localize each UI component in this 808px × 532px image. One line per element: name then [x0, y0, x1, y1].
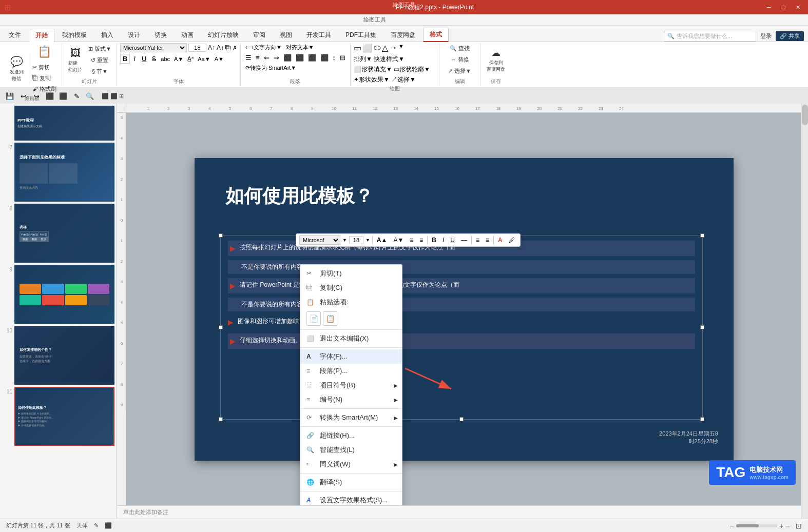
slide-thumb-9[interactable]: 9: [2, 265, 114, 324]
tab-format[interactable]: 格式: [423, 28, 449, 42]
effects-button[interactable]: ✦形状效果▼: [354, 75, 390, 84]
undo-button[interactable]: ↩: [17, 90, 29, 102]
zoom-in-button[interactable]: +: [779, 522, 783, 530]
italic-button[interactable]: I: [131, 54, 138, 64]
tab-review[interactable]: 审阅: [246, 28, 272, 42]
bold-button[interactable]: B: [120, 54, 130, 64]
slide-thumb-10[interactable]: 10 如何发挥您的个性？ 如需更改，请单击"设计"选项卡，选择颜色方案: [2, 326, 114, 385]
vertical-scrollbar[interactable]: [801, 104, 808, 519]
shape-rect[interactable]: ▭: [354, 43, 361, 53]
mt-align3-button[interactable]: ≡: [484, 235, 491, 245]
handle-bm[interactable]: [459, 417, 464, 421]
tab-baidu[interactable]: 百度网盘: [384, 28, 422, 42]
save-qa-button[interactable]: 💾: [4, 90, 15, 102]
layout-button[interactable]: ⊞版式▼: [86, 44, 113, 54]
ctx-translate[interactable]: 🌐 翻译(S): [300, 475, 402, 489]
vscroll-thumb[interactable]: [802, 105, 808, 125]
handle-tl[interactable]: [219, 233, 223, 238]
mt-italic-button[interactable]: I: [440, 235, 446, 245]
share-button[interactable]: 🔗 共享: [776, 31, 804, 41]
char-spacing-button[interactable]: A̲ᵃ: [186, 55, 195, 63]
maximize-button[interactable]: □: [777, 3, 790, 12]
ctx-exit-edit[interactable]: ⬜ 退出文本编辑(X): [300, 331, 402, 346]
tab-home[interactable]: 开始: [29, 29, 54, 42]
align-left-button[interactable]: ⬛: [282, 53, 293, 62]
font-shrink-icon[interactable]: A↓: [217, 44, 224, 51]
search-placeholder[interactable]: 告诉我您想要做什么...: [677, 32, 732, 40]
tab-template[interactable]: 我的模板: [55, 28, 93, 42]
ctx-numbering[interactable]: ≡ 编号(N) ▶: [300, 392, 402, 407]
qa-zoom[interactable]: 🔍: [84, 90, 95, 102]
handle-bl[interactable]: [219, 417, 223, 421]
font-color-button[interactable]: A▼: [172, 55, 185, 63]
list-button[interactable]: ☰: [244, 53, 253, 62]
handle-ml[interactable]: [219, 325, 223, 329]
notes-edit-icon[interactable]: ✎: [94, 522, 99, 529]
tab-developer[interactable]: 开发工具: [300, 28, 338, 42]
minimize-button[interactable]: ─: [763, 3, 775, 12]
handle-tr[interactable]: [700, 233, 704, 238]
wechat-send-button[interactable]: 💬 发送到微信: [5, 53, 28, 84]
ctx-copy[interactable]: ⿻ 复制(C): [300, 281, 402, 295]
ctx-paragraph[interactable]: ≡ 段落(P)...: [300, 364, 402, 378]
mt-shrink-button[interactable]: A▼: [391, 235, 406, 245]
shadow-button[interactable]: abc: [159, 55, 171, 63]
align-text-button[interactable]: 对齐文本▼: [284, 43, 316, 52]
mt-font-size[interactable]: [349, 236, 363, 244]
mt-align-l[interactable]: ≡: [408, 235, 415, 245]
shape-rounded-rect[interactable]: ⬜: [362, 43, 373, 53]
zoom-out-button[interactable]: −: [730, 522, 734, 530]
tab-transitions[interactable]: 切换: [148, 28, 174, 42]
mt-bold-button[interactable]: B: [430, 235, 438, 245]
mt-grow-button[interactable]: A▲: [375, 235, 390, 245]
tab-view[interactable]: 视图: [273, 28, 299, 42]
mt-color-button[interactable]: A: [496, 235, 505, 245]
decrease-indent-button[interactable]: ⇐: [262, 53, 271, 62]
mini-toolbar[interactable]: Microsof ▼ ▼ A▲ A▼ ≡ ≡ B I U — ≡: [296, 233, 521, 247]
ctx-synonym[interactable]: ≈ 同义词(W) ▶: [300, 457, 402, 471]
slide-thumb-1[interactable]: PPT教程 创建精美演示文稿: [2, 106, 114, 141]
justify-button[interactable]: ⬛: [319, 53, 330, 62]
convert-smartart-button[interactable]: ⟳转换为 SmartArt▼: [244, 64, 298, 72]
align-center-button[interactable]: ⬛: [294, 53, 305, 62]
columns-button[interactable]: ⊟: [338, 53, 347, 62]
arrange-button[interactable]: 排列▼: [354, 55, 372, 64]
handle-br[interactable]: [700, 417, 704, 421]
mt-font-dropdown[interactable]: ▼: [342, 238, 347, 243]
increase-indent-button[interactable]: ⇒: [272, 53, 281, 62]
mt-font-selector[interactable]: Microsof: [299, 235, 340, 245]
font-grow-icon[interactable]: A↑: [208, 44, 215, 51]
select-edit-button[interactable]: ↗选择▼: [446, 66, 473, 76]
tab-file[interactable]: 文件: [2, 28, 28, 42]
copy-button[interactable]: ⿻ 复制: [30, 73, 53, 83]
align-right-button[interactable]: ⬛: [306, 53, 318, 62]
slide-main[interactable]: 如何使用此模板？: [195, 158, 734, 461]
underline-button[interactable]: U: [139, 54, 149, 64]
fit-window-button[interactable]: ⊡: [796, 522, 802, 530]
slide-thumb-8[interactable]: 8 表格 列标题 列标题 列标题 数据 数据 数据: [2, 204, 114, 263]
shape-oval[interactable]: ⬭: [374, 43, 381, 53]
view-mode-icon[interactable]: ⬛: [105, 522, 112, 529]
tab-animations[interactable]: 动画: [175, 28, 200, 42]
shape-triangle[interactable]: △: [382, 43, 388, 53]
line-spacing-button[interactable]: ↕: [331, 53, 338, 62]
zoom-slider[interactable]: [736, 524, 777, 527]
close-button[interactable]: ✕: [792, 3, 804, 12]
ctx-smartart[interactable]: ⟳ 转换为 SmartArt(M) ▶: [300, 410, 402, 425]
ctx-cut[interactable]: ✂ 剪切(T): [300, 266, 402, 281]
ctx-smart-lookup[interactable]: 🔍 智能查找(L): [300, 443, 402, 457]
ctx-text-effects[interactable]: A 设置文字效果格式(S)...: [300, 493, 402, 505]
font-copy-icon[interactable]: ⿻: [225, 45, 231, 51]
notes-bar[interactable]: 单击此处添加备注: [117, 505, 801, 519]
qa-extra1[interactable]: ⬛: [57, 90, 69, 102]
mt-underline-button[interactable]: U: [448, 235, 457, 245]
mt-align-c[interactable]: ≡: [417, 235, 425, 245]
mt-align2-button[interactable]: ≡: [474, 235, 482, 245]
slide-thumb-11[interactable]: 11 如何使用此模板？ ▶ 按照每张幻灯片上的说明... ▶ 请记住 Power…: [2, 387, 114, 446]
strikethrough-button[interactable]: S̶: [150, 54, 158, 63]
tab-pdf[interactable]: PDF工具集: [339, 28, 383, 42]
replace-button[interactable]: ↔替换: [449, 54, 471, 65]
change-case-button[interactable]: Aa▼: [196, 55, 211, 63]
mt-strike-button[interactable]: —: [459, 235, 469, 245]
ctx-bullets[interactable]: ☰ 项目符号(B) ▶: [300, 378, 402, 392]
